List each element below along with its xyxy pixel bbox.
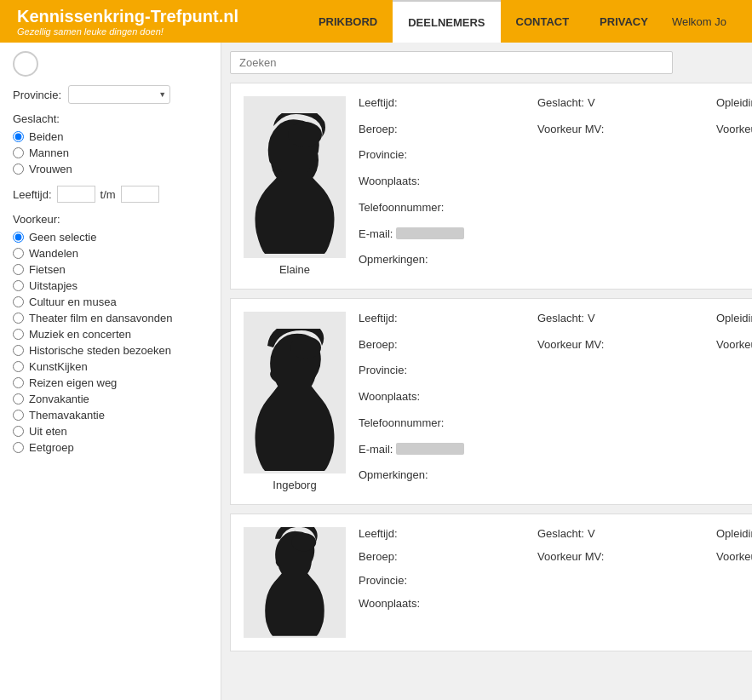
search-circle-button[interactable] (13, 51, 38, 77)
voorkeur-muziek[interactable]: Muziek en concerten (13, 328, 208, 341)
leeftijd-field-1: Leeftijd: (359, 312, 529, 335)
woonplaats-field-0: Woonplaats: (359, 175, 529, 198)
leeftijd-row: Leeftijd: t/m (13, 186, 208, 203)
voorkeur-geen[interactable]: Geen selectie (13, 231, 208, 244)
geslacht-value-0: V (588, 96, 595, 109)
svg-point-5 (291, 533, 316, 551)
member-card-2[interactable]: Leeftijd: Geslacht: V Opleiding: Beroep:… (230, 514, 752, 651)
voorkeur-eetgroep-label: Eetgroep (29, 441, 74, 454)
svg-point-3 (290, 336, 321, 359)
voorkeur-historisch-radio[interactable] (13, 345, 24, 356)
voorkeur-mv-key-0: Voorkeur MV: (537, 123, 604, 135)
voorkeur-mv-field-1: Voorkeur MV: (537, 338, 708, 361)
email-key-0: E-mail: (359, 227, 393, 240)
provincie-key-1: Provincie: (359, 364, 407, 376)
voorkeur-radio-group: Geen selectie Wandelen Fietsen Uitstapje… (13, 231, 208, 454)
voorkeur-reizen[interactable]: Reizen eigen weg (13, 376, 208, 389)
search-input[interactable] (230, 51, 673, 74)
member-details-2: Leeftijd: Geslacht: V Opleiding: Beroep:… (359, 527, 752, 638)
voorkeur-geen-label: Geen selectie (29, 231, 97, 244)
geslacht-key-1: Geslacht: (537, 312, 584, 324)
member-photo-wrapper-2 (244, 527, 346, 638)
voorkeur-uiten[interactable]: Uit eten (13, 425, 208, 438)
voorkeur-historisch-label: Historische steden bezoeken (29, 344, 171, 357)
voorkeur-uiten-radio[interactable] (13, 426, 24, 437)
leeftijd-to-input[interactable] (121, 186, 159, 203)
voorkeur-cultuur-label: Cultuur en musea (29, 295, 117, 308)
voorkeur-cultuur-radio[interactable] (13, 296, 24, 307)
beroep-key-0: Beroep: (359, 123, 398, 135)
opmerkingen-key-0: Opmerkingen: (359, 253, 428, 266)
voorkeur-section-label: Voorkeur: (13, 213, 208, 226)
nav-prikbord[interactable]: PRIKBORD (303, 0, 393, 43)
voorkeur-historisch[interactable]: Historische steden bezoeken (13, 344, 208, 357)
opleiding-key-1: Opleiding: (716, 312, 752, 324)
provincie-key-2: Provincie: (359, 574, 407, 587)
voorkeur-eetgroep-radio[interactable] (13, 442, 24, 453)
woonplaats-key-1: Woonplaats: (359, 390, 420, 403)
geslacht-value-1: V (588, 312, 595, 324)
geslacht-mannen-radio[interactable] (13, 147, 24, 158)
leeftijd-key-2: Leeftijd: (359, 527, 398, 540)
voorkeur-cultuur[interactable]: Cultuur en musea (13, 295, 208, 308)
telefoonnummer-key-0: Telefoonnummer: (359, 201, 444, 214)
provincie-field-2: Provincie: (359, 574, 529, 594)
geslacht-radio-group: Beiden Mannen Vrouwen (13, 130, 208, 175)
leeftijd-field-0: Leeftijd: (359, 96, 529, 119)
voorkeur-zonvakantie-radio[interactable] (13, 393, 24, 405)
woonplaats-key-2: Woonplaats: (359, 597, 420, 610)
member-card-0[interactable]: Elaine Leeftijd: Geslacht: V Opleiding: … (230, 83, 752, 290)
svg-point-1 (288, 122, 322, 147)
geslacht-field-2: Geslacht: V (537, 527, 708, 547)
voorkeur-zonvakantie[interactable]: Zonvakantie (13, 393, 208, 405)
beroep-field-0: Beroep: (359, 123, 529, 146)
header: Kennissenkring-Trefpunt.nl Gezellig same… (0, 0, 752, 43)
voorkeur-wandelen-radio[interactable] (13, 248, 24, 259)
province-label: Provincie: (13, 89, 61, 101)
voorkeur-themavakantie-radio[interactable] (13, 410, 24, 421)
voorkeur-uitstapjes[interactable]: Uitstapjes (13, 279, 208, 292)
geslacht-vrouwen[interactable]: Vrouwen (13, 163, 208, 175)
member-photo-wrapper-1: Ingeborg (244, 312, 346, 491)
content-area: Elaine Leeftijd: Geslacht: V Opleiding: … (221, 43, 752, 700)
voorkeur-reizen-radio[interactable] (13, 377, 24, 388)
voorkeur-themavakantie[interactable]: Themavakantie (13, 409, 208, 422)
opmerkingen-field-0: Opmerkingen: (359, 253, 529, 276)
site-name[interactable]: Kennissenkring-Trefpunt.nl (17, 6, 238, 26)
leeftijd-key-0: Leeftijd: (359, 96, 398, 109)
member-card-1[interactable]: Ingeborg Leeftijd: Geslacht: V Opleiding… (230, 298, 752, 505)
provincie-field-0: Provincie: (359, 148, 529, 171)
voorkeur-theater-radio[interactable] (13, 313, 24, 324)
geslacht-field-0: Geslacht: V (537, 96, 708, 119)
voorkeur-kunstkijken-radio[interactable] (13, 361, 24, 372)
province-select[interactable]: Groningen Friesland Drenthe Overijssel F… (68, 85, 170, 104)
geslacht-beiden-radio[interactable] (13, 131, 24, 142)
provincie-key-0: Provincie: (359, 148, 407, 161)
voorkeur-fietsen-radio[interactable] (13, 264, 24, 275)
voorkeur-muziek-radio[interactable] (13, 329, 24, 340)
opleiding-key-2: Opleiding: (716, 527, 752, 540)
nav-deelnemers[interactable]: DEELNEMERS (393, 0, 500, 43)
beroep-field-2: Beroep: (359, 550, 529, 570)
nav-privacy[interactable]: PRIVACY (584, 0, 663, 43)
voorkeur-uitstapjes-radio[interactable] (13, 280, 24, 291)
woonplaats-field-1: Woonplaats: (359, 390, 529, 413)
voorkeur-geen-radio[interactable] (13, 232, 24, 243)
voorkeur-50-field-0: Voorkeur 50 plus: (716, 123, 752, 146)
nav-contact[interactable]: CONTACT (501, 0, 585, 43)
voorkeur-themavakantie-label: Themavakantie (29, 409, 105, 422)
main-layout: Provincie: Groningen Friesland Drenthe O… (0, 43, 752, 700)
voorkeur-wandelen[interactable]: Wandelen (13, 247, 208, 260)
email-field-0: E-mail: (359, 227, 529, 250)
geslacht-mannen[interactable]: Mannen (13, 146, 208, 159)
voorkeur-theater[interactable]: Theater film en dansavonden (13, 312, 208, 324)
member-silhouette-2 (252, 527, 337, 638)
geslacht-beiden[interactable]: Beiden (13, 130, 208, 143)
voorkeur-fietsen[interactable]: Fietsen (13, 263, 208, 276)
voorkeur-eetgroep[interactable]: Eetgroep (13, 441, 208, 454)
geslacht-vrouwen-radio[interactable] (13, 164, 24, 175)
voorkeur-zonvakantie-label: Zonvakantie (29, 393, 89, 405)
leeftijd-from-input[interactable] (57, 186, 95, 203)
voorkeur-kunstkijken[interactable]: KunstKijken (13, 360, 208, 373)
opleiding-field-2: Opleiding: (716, 527, 752, 547)
